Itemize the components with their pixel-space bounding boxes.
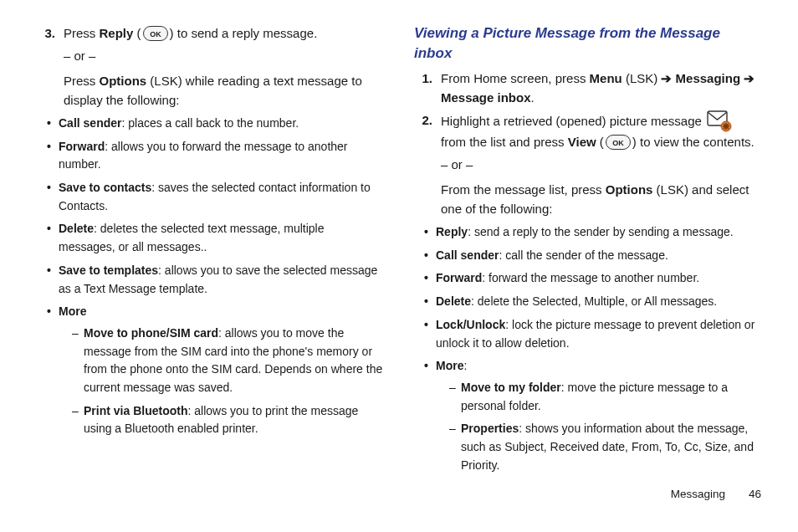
step-2: 2. Highlight a retrieved (opened) pictur… bbox=[414, 110, 761, 151]
step-number: 3. bbox=[37, 23, 55, 43]
list-item: Delete: deletes the selected text messag… bbox=[47, 220, 384, 256]
section-heading: Viewing a Picture Message from the Messa… bbox=[414, 23, 761, 64]
sub-item: Print via Bluetooth: allows you to print… bbox=[72, 402, 384, 438]
left-options-list: Call sender: places a call back to the n… bbox=[37, 115, 384, 438]
or-separator: – or – bbox=[441, 155, 761, 174]
sub-item: Properties: shows you information about … bbox=[449, 420, 761, 474]
list-item: Call sender: call the sender of the mess… bbox=[424, 247, 761, 265]
right-column: Viewing a Picture Message from the Messa… bbox=[414, 23, 761, 524]
step-2-text: Highlight a retrieved (opened) picture m… bbox=[441, 110, 761, 151]
arrow-icon: ➔ bbox=[744, 71, 755, 85]
svg-text:OK: OK bbox=[612, 139, 624, 147]
step-1: 1. From Home screen, press Menu (LSK) ➔ … bbox=[414, 69, 761, 108]
list-item-more: More Move to phone/SIM card: allows you … bbox=[47, 303, 384, 438]
list-item: Call sender: places a call back to the n… bbox=[47, 115, 384, 133]
list-item: Lock/Unlock: lock the picture message to… bbox=[424, 316, 761, 352]
right-more-sublist: Move to my folder: move the picture mess… bbox=[436, 379, 761, 474]
ok-button-icon: OK bbox=[606, 135, 631, 150]
step-1-text: From Home screen, press Menu (LSK) ➔ Mes… bbox=[441, 69, 761, 108]
step-2b-text: From the message list, press Options (LS… bbox=[441, 180, 761, 219]
page-footer: Messaging 46 bbox=[414, 486, 761, 504]
right-options-list: Reply: send a reply to the sender by sen… bbox=[414, 223, 761, 474]
footer-page-number: 46 bbox=[749, 486, 761, 504]
sub-item: Move to phone/SIM card: allows you to mo… bbox=[72, 325, 384, 397]
list-item: Delete: delete the Selected, Multiple, o… bbox=[424, 293, 761, 311]
svg-text:OK: OK bbox=[150, 30, 161, 38]
footer-section: Messaging bbox=[671, 486, 725, 504]
step-3-text: Press Reply ( OK ) to send a reply messa… bbox=[64, 23, 317, 43]
or-separator: – or – bbox=[64, 46, 384, 65]
step-3b-text: Press Options (LSK) while reading a text… bbox=[64, 71, 384, 110]
ok-button-icon: OK bbox=[143, 26, 168, 41]
envelope-icon bbox=[707, 110, 732, 132]
step-number: 1. bbox=[414, 69, 432, 88]
step-3: 3. Press Reply ( OK ) to send a reply me… bbox=[37, 23, 384, 43]
list-item-more: More: Move to my folder: move the pictur… bbox=[424, 357, 761, 474]
step-number: 2. bbox=[414, 110, 432, 130]
list-item: Reply: send a reply to the sender by sen… bbox=[424, 223, 761, 242]
arrow-icon: ➔ bbox=[661, 71, 672, 85]
list-item: Forward: allows you to forward the messa… bbox=[47, 138, 384, 174]
list-item: Save to contacts: saves the selected con… bbox=[47, 179, 384, 215]
left-more-sublist: Move to phone/SIM card: allows you to mo… bbox=[59, 325, 384, 438]
list-item: Save to templates: allows you to save th… bbox=[47, 262, 384, 298]
sub-item: Move to my folder: move the picture mess… bbox=[449, 379, 761, 415]
list-item: Forward: forward the message to another … bbox=[424, 269, 761, 288]
left-column: 3. Press Reply ( OK ) to send a reply me… bbox=[37, 23, 384, 524]
